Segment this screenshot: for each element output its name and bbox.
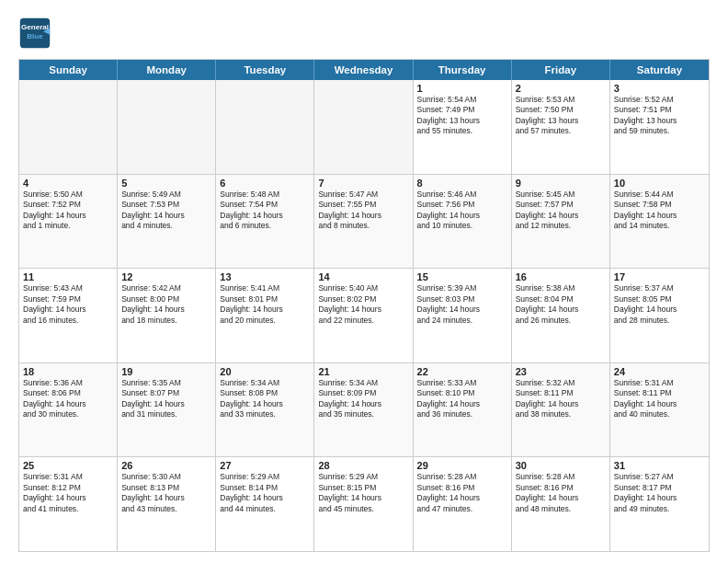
day-info: Sunrise: 5:54 AM Sunset: 7:49 PM Dayligh… <box>417 95 507 137</box>
day-info: Sunrise: 5:48 AM Sunset: 7:54 PM Dayligh… <box>220 190 310 232</box>
day-info: Sunrise: 5:32 AM Sunset: 8:11 PM Dayligh… <box>516 378 606 420</box>
day-number: 4 <box>23 178 113 189</box>
day-info: Sunrise: 5:44 AM Sunset: 7:58 PM Dayligh… <box>614 190 705 232</box>
empty-cell <box>314 80 413 174</box>
day-number: 3 <box>614 83 705 94</box>
empty-cell <box>118 80 216 174</box>
day-cell-5: 5Sunrise: 5:49 AM Sunset: 7:53 PM Daylig… <box>118 175 216 269</box>
calendar-row-4: 18Sunrise: 5:36 AM Sunset: 8:06 PM Dayli… <box>19 363 709 458</box>
day-number: 28 <box>318 460 408 471</box>
day-info: Sunrise: 5:45 AM Sunset: 7:57 PM Dayligh… <box>516 190 606 232</box>
calendar-row-3: 11Sunrise: 5:43 AM Sunset: 7:59 PM Dayli… <box>19 269 709 363</box>
day-info: Sunrise: 5:29 AM Sunset: 8:15 PM Dayligh… <box>318 472 408 514</box>
day-cell-14: 14Sunrise: 5:40 AM Sunset: 8:02 PM Dayli… <box>314 269 413 362</box>
day-info: Sunrise: 5:31 AM Sunset: 8:11 PM Dayligh… <box>614 378 705 420</box>
day-cell-18: 18Sunrise: 5:36 AM Sunset: 8:06 PM Dayli… <box>19 363 118 457</box>
day-number: 14 <box>318 271 408 282</box>
day-number: 17 <box>614 271 705 282</box>
day-info: Sunrise: 5:53 AM Sunset: 7:50 PM Dayligh… <box>516 95 606 137</box>
day-info: Sunrise: 5:47 AM Sunset: 7:55 PM Dayligh… <box>318 190 408 232</box>
day-cell-6: 6Sunrise: 5:48 AM Sunset: 7:54 PM Daylig… <box>216 175 314 269</box>
day-cell-31: 31Sunrise: 5:27 AM Sunset: 8:17 PM Dayli… <box>610 457 709 551</box>
header: General Blue <box>18 17 710 50</box>
day-cell-30: 30Sunrise: 5:28 AM Sunset: 8:16 PM Dayli… <box>512 457 610 551</box>
day-cell-3: 3Sunrise: 5:52 AM Sunset: 7:51 PM Daylig… <box>610 80 709 174</box>
day-cell-22: 22Sunrise: 5:33 AM Sunset: 8:10 PM Dayli… <box>414 363 512 457</box>
day-info: Sunrise: 5:34 AM Sunset: 8:08 PM Dayligh… <box>220 378 310 420</box>
day-cell-4: 4Sunrise: 5:50 AM Sunset: 7:52 PM Daylig… <box>19 175 118 269</box>
day-number: 11 <box>23 271 113 282</box>
day-number: 16 <box>516 271 606 282</box>
day-cell-23: 23Sunrise: 5:32 AM Sunset: 8:11 PM Dayli… <box>512 363 610 457</box>
calendar-header: SundayMondayTuesdayWednesdayThursdayFrid… <box>19 60 709 80</box>
logo-icon: General Blue <box>18 17 51 50</box>
day-number: 10 <box>614 178 705 189</box>
weekday-header-monday: Monday <box>118 60 216 80</box>
day-number: 24 <box>614 366 705 377</box>
day-info: Sunrise: 5:46 AM Sunset: 7:56 PM Dayligh… <box>417 190 507 232</box>
day-number: 18 <box>23 366 113 377</box>
svg-text:Blue: Blue <box>27 32 43 40</box>
day-number: 31 <box>614 460 705 471</box>
day-cell-2: 2Sunrise: 5:53 AM Sunset: 7:50 PM Daylig… <box>512 80 610 174</box>
weekday-header-wednesday: Wednesday <box>314 60 413 80</box>
weekday-header-thursday: Thursday <box>414 60 512 80</box>
day-info: Sunrise: 5:30 AM Sunset: 8:13 PM Dayligh… <box>121 472 211 514</box>
day-number: 12 <box>121 271 211 282</box>
day-number: 25 <box>23 460 113 471</box>
day-info: Sunrise: 5:31 AM Sunset: 8:12 PM Dayligh… <box>23 472 113 514</box>
day-cell-7: 7Sunrise: 5:47 AM Sunset: 7:55 PM Daylig… <box>314 175 413 269</box>
day-number: 21 <box>318 366 408 377</box>
logo: General Blue <box>18 17 55 50</box>
day-number: 6 <box>220 178 310 189</box>
calendar-row-1: 1Sunrise: 5:54 AM Sunset: 7:49 PM Daylig… <box>19 80 709 175</box>
day-number: 22 <box>417 366 507 377</box>
day-number: 23 <box>516 366 606 377</box>
day-info: Sunrise: 5:35 AM Sunset: 8:07 PM Dayligh… <box>121 378 211 420</box>
day-info: Sunrise: 5:43 AM Sunset: 7:59 PM Dayligh… <box>23 283 113 326</box>
day-number: 29 <box>417 460 507 471</box>
day-cell-28: 28Sunrise: 5:29 AM Sunset: 8:15 PM Dayli… <box>314 457 413 551</box>
day-info: Sunrise: 5:33 AM Sunset: 8:10 PM Dayligh… <box>417 378 507 420</box>
day-info: Sunrise: 5:37 AM Sunset: 8:05 PM Dayligh… <box>614 283 705 326</box>
day-info: Sunrise: 5:49 AM Sunset: 7:53 PM Dayligh… <box>121 190 211 232</box>
empty-cell <box>216 80 314 174</box>
calendar: SundayMondayTuesdayWednesdayThursdayFrid… <box>18 59 710 552</box>
day-info: Sunrise: 5:42 AM Sunset: 8:00 PM Dayligh… <box>121 283 211 326</box>
day-info: Sunrise: 5:27 AM Sunset: 8:17 PM Dayligh… <box>614 472 705 514</box>
weekday-header-tuesday: Tuesday <box>216 60 314 80</box>
day-info: Sunrise: 5:38 AM Sunset: 8:04 PM Dayligh… <box>516 283 606 326</box>
day-number: 1 <box>417 83 507 94</box>
svg-text:General: General <box>21 23 49 31</box>
day-info: Sunrise: 5:28 AM Sunset: 8:16 PM Dayligh… <box>516 472 606 514</box>
day-number: 19 <box>121 366 211 377</box>
day-info: Sunrise: 5:39 AM Sunset: 8:03 PM Dayligh… <box>417 283 507 326</box>
calendar-row-2: 4Sunrise: 5:50 AM Sunset: 7:52 PM Daylig… <box>19 175 709 270</box>
day-cell-10: 10Sunrise: 5:44 AM Sunset: 7:58 PM Dayli… <box>610 175 709 269</box>
day-cell-9: 9Sunrise: 5:45 AM Sunset: 7:57 PM Daylig… <box>512 175 610 269</box>
day-cell-29: 29Sunrise: 5:28 AM Sunset: 8:16 PM Dayli… <box>414 457 512 551</box>
day-number: 2 <box>516 83 606 94</box>
weekday-header-sunday: Sunday <box>19 60 118 80</box>
day-info: Sunrise: 5:50 AM Sunset: 7:52 PM Dayligh… <box>23 190 113 232</box>
page: General Blue SundayMondayTuesdayWednesda… <box>0 0 728 563</box>
day-cell-16: 16Sunrise: 5:38 AM Sunset: 8:04 PM Dayli… <box>512 269 610 362</box>
day-info: Sunrise: 5:41 AM Sunset: 8:01 PM Dayligh… <box>220 283 310 326</box>
day-info: Sunrise: 5:36 AM Sunset: 8:06 PM Dayligh… <box>23 378 113 420</box>
day-info: Sunrise: 5:34 AM Sunset: 8:09 PM Dayligh… <box>318 378 408 420</box>
day-cell-12: 12Sunrise: 5:42 AM Sunset: 8:00 PM Dayli… <box>118 269 216 362</box>
empty-cell <box>19 80 118 174</box>
day-cell-17: 17Sunrise: 5:37 AM Sunset: 8:05 PM Dayli… <box>610 269 709 362</box>
day-cell-21: 21Sunrise: 5:34 AM Sunset: 8:09 PM Dayli… <box>314 363 413 457</box>
day-number: 8 <box>417 178 507 189</box>
day-number: 26 <box>121 460 211 471</box>
day-number: 20 <box>220 366 310 377</box>
day-cell-26: 26Sunrise: 5:30 AM Sunset: 8:13 PM Dayli… <box>118 457 216 551</box>
weekday-header-saturday: Saturday <box>610 60 709 80</box>
day-cell-27: 27Sunrise: 5:29 AM Sunset: 8:14 PM Dayli… <box>216 457 314 551</box>
day-number: 9 <box>516 178 606 189</box>
day-info: Sunrise: 5:40 AM Sunset: 8:02 PM Dayligh… <box>318 283 408 326</box>
day-info: Sunrise: 5:29 AM Sunset: 8:14 PM Dayligh… <box>220 472 310 514</box>
day-cell-19: 19Sunrise: 5:35 AM Sunset: 8:07 PM Dayli… <box>118 363 216 457</box>
calendar-body: 1Sunrise: 5:54 AM Sunset: 7:49 PM Daylig… <box>19 80 709 551</box>
